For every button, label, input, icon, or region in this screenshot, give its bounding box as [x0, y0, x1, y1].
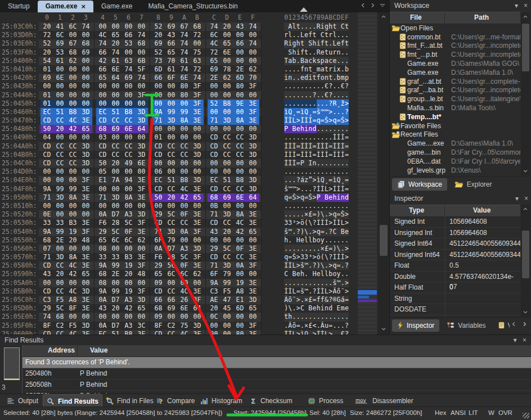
ascii-char[interactable]: =: [345, 151, 349, 159]
panel-tab-find-results[interactable]: Find Results: [43, 394, 102, 408]
hex-byte[interactable]: 00: [233, 48, 246, 57]
ascii-char[interactable]: .: [321, 100, 325, 108]
status-mode-hex[interactable]: Hex: [435, 409, 446, 416]
ascii-char[interactable]: .: [328, 159, 332, 168]
hex-rows[interactable]: 25:03C0h:20416C7400000000526967687420437…: [0, 22, 358, 335]
ascii-char[interactable]: ?: [345, 330, 349, 335]
ascii-char[interactable]: Í: [284, 287, 288, 296]
ascii-char[interactable]: h: [284, 236, 288, 245]
ascii-char[interactable]: .: [345, 202, 349, 210]
hex-byte[interactable]: 62: [220, 74, 233, 82]
ascii-char[interactable]: ?: [296, 176, 300, 184]
hex-byte[interactable]: 74: [135, 74, 148, 82]
ascii-char[interactable]: .: [325, 236, 328, 245]
hex-byte[interactable]: 65: [220, 39, 233, 48]
hex-byte[interactable]: 26: [178, 296, 191, 304]
hex-byte[interactable]: 74: [96, 39, 109, 48]
workspace-tree-item[interactable]: Game....exeD:\Games\Mafia 1.0\: [390, 139, 520, 148]
hex-byte[interactable]: 65: [191, 193, 204, 202]
hex-byte[interactable]: 80: [178, 82, 191, 91]
ascii-char[interactable]: Š: [341, 210, 345, 219]
ascii-char[interactable]: n: [336, 48, 340, 57]
ascii-char[interactable]: €: [341, 82, 345, 91]
hex-byte[interactable]: 00: [109, 185, 122, 193]
scrollbar-thumb[interactable]: [522, 24, 529, 71]
ascii-char[interactable]: ¸: [325, 176, 328, 184]
hex-byte[interactable]: 00: [233, 168, 246, 176]
ascii-char[interactable]: .: [308, 168, 312, 176]
find-summary-row[interactable]: Found 3 occurrences of 'P Behind'.: [22, 357, 531, 368]
hex-byte[interactable]: CC: [53, 287, 66, 296]
ascii-char[interactable]: á: [300, 176, 304, 184]
hex-byte[interactable]: 07: [40, 245, 53, 253]
hex-byte[interactable]: 00: [135, 168, 148, 176]
ascii-char[interactable]: .: [308, 287, 312, 296]
hex-byte[interactable]: 3D: [246, 151, 259, 159]
hex-byte[interactable]: 00: [109, 22, 122, 31]
inspector-value[interactable]: 00:00:00: [449, 315, 476, 317]
hex-byte[interactable]: 63: [191, 57, 204, 65]
hex-byte[interactable]: F6: [152, 253, 165, 261]
ascii-char[interactable]: Ì: [288, 116, 292, 125]
ascii-char[interactable]: .: [292, 168, 296, 176]
ascii-char[interactable]: ×: [304, 210, 308, 219]
hex-byte[interactable]: 3D: [79, 142, 92, 151]
hex-byte[interactable]: 73: [152, 57, 165, 65]
hex-byte[interactable]: 74: [135, 31, 148, 39]
hex-byte[interactable]: 79: [165, 236, 178, 245]
hex-byte[interactable]: 00: [191, 279, 204, 287]
ascii-char[interactable]: u: [328, 48, 332, 57]
hex-byte[interactable]: CD: [152, 142, 165, 151]
ascii-char[interactable]: B: [292, 270, 296, 278]
ascii-char[interactable]: .: [300, 322, 304, 330]
ascii-char[interactable]: Ì: [325, 151, 328, 159]
hex-byte[interactable]: 00: [220, 108, 233, 116]
ascii-char[interactable]: f: [317, 74, 321, 82]
hex-byte[interactable]: 99: [66, 185, 79, 193]
hex-byte[interactable]: CD: [40, 142, 53, 151]
workspace-tree-item[interactable]: Open Files: [390, 24, 520, 33]
ascii-char[interactable]: b: [292, 57, 296, 65]
hex-byte[interactable]: 69: [53, 39, 66, 48]
ascii-char[interactable]: h: [288, 313, 292, 321]
ascii-char[interactable]: .: [304, 91, 308, 100]
ascii-char[interactable]: =: [345, 185, 349, 193]
hex-byte[interactable]: 4C: [178, 330, 191, 335]
ascii-char[interactable]: .: [308, 100, 312, 108]
ascii-char[interactable]: .: [296, 31, 300, 39]
ascii-char[interactable]: >: [296, 219, 300, 227]
hex-byte[interactable]: 68: [96, 125, 109, 133]
ascii-char[interactable]: =: [328, 176, 332, 184]
hex-byte[interactable]: CC: [165, 185, 178, 193]
hex-byte[interactable]: 00: [191, 133, 204, 142]
hex-byte[interactable]: 3E: [191, 261, 204, 270]
ascii-char[interactable]: .: [336, 313, 340, 321]
hex-byte[interactable]: 00: [53, 100, 66, 108]
hex-byte[interactable]: 71: [208, 261, 220, 270]
ascii-char[interactable]: t: [328, 74, 332, 82]
hex-byte[interactable]: 64: [109, 74, 122, 82]
hex-byte[interactable]: 4C: [66, 287, 79, 296]
ascii-char[interactable]: =: [288, 193, 292, 202]
ascii-char[interactable]: Í: [332, 185, 336, 193]
inspector-row[interactable]: DOSDATE: [390, 304, 520, 315]
hex-byte[interactable]: 4C: [66, 330, 79, 335]
hex-byte[interactable]: 69: [165, 304, 178, 313]
ascii-char[interactable]: Š: [308, 193, 312, 202]
ascii-char[interactable]: Ì: [336, 142, 340, 151]
hex-byte[interactable]: 3E: [246, 279, 259, 287]
hex-byte[interactable]: 6C: [66, 22, 79, 31]
ascii-char[interactable]: Ì: [321, 151, 325, 159]
hex-byte[interactable]: 3E: [135, 253, 148, 261]
ascii-char[interactable]: e: [321, 48, 325, 57]
ascii-char[interactable]: =: [321, 228, 325, 236]
hex-byte[interactable]: 00: [122, 313, 135, 321]
hex-byte[interactable]: 94: [122, 176, 135, 184]
ascii-char[interactable]: .: [300, 185, 304, 193]
ascii-char[interactable]: =: [312, 296, 316, 304]
inspector-value[interactable]: 1056964608: [449, 228, 487, 238]
hex-byte[interactable]: 3D: [191, 322, 204, 330]
ascii-char[interactable]: r: [284, 31, 288, 39]
hex-byte[interactable]: 70: [246, 74, 259, 82]
hex-byte[interactable]: 4C: [178, 287, 191, 296]
